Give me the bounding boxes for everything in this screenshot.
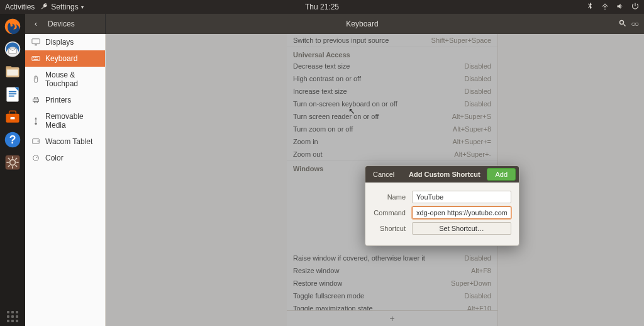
set-shortcut-button[interactable]: Set Shortcut…: [412, 222, 511, 235]
dock-settings[interactable]: [3, 152, 23, 172]
settings-headerbar: ‹ Devices Keyboard ○○: [25, 14, 644, 34]
svg-point-38: [35, 123, 37, 125]
tablet-icon: [31, 137, 40, 146]
svg-rect-31: [36, 57, 38, 58]
active-app-label: Settings: [51, 3, 78, 11]
svg-point-41: [38, 140, 39, 142]
modal-backdrop: Cancel Add Custom Shortcut Add Name Comm…: [106, 34, 644, 326]
command-label: Command: [373, 209, 406, 216]
svg-rect-4: [6, 66, 12, 69]
sidebar-item-label: Color: [45, 154, 64, 162]
sidebar-item-printers[interactable]: Printers: [25, 92, 105, 108]
dock-files[interactable]: [3, 62, 23, 82]
svg-rect-28: [32, 57, 40, 61]
chevron-down-icon: ▾: [81, 4, 84, 10]
search-icon[interactable]: [619, 20, 626, 29]
window-menu-icon[interactable]: ○○: [631, 20, 638, 28]
svg-text:?: ?: [9, 133, 16, 146]
dock-firefox[interactable]: [3, 16, 23, 37]
svg-rect-11: [11, 117, 15, 120]
settings-sidebar: DisplaysKeyboardMouse & TouchpadPrinters…: [25, 34, 106, 326]
sidebar-item-mouse-touchpad[interactable]: Mouse & Touchpad: [25, 67, 105, 92]
add-button[interactable]: Add: [487, 168, 516, 181]
sidebar-item-keyboard[interactable]: Keyboard: [25, 50, 105, 67]
name-input[interactable]: [412, 191, 511, 203]
sidebar-item-color[interactable]: Color: [25, 150, 105, 166]
dock-help[interactable]: ?: [3, 130, 23, 150]
usb-icon: [31, 116, 40, 125]
dock: ?: [0, 14, 25, 326]
svg-rect-29: [33, 57, 35, 58]
shortcut-field-label: Shortcut: [373, 225, 406, 232]
settings-content: Switch to previous input source Shift+Su…: [106, 34, 644, 326]
activities-button[interactable]: Activities: [5, 3, 35, 11]
cancel-button[interactable]: Cancel: [365, 171, 402, 178]
svg-rect-26: [32, 39, 40, 44]
svg-rect-30: [35, 57, 36, 58]
sidebar-item-label: Keyboard: [45, 54, 77, 63]
clock[interactable]: Thu 21:25: [305, 3, 339, 11]
network-icon[interactable]: [601, 3, 609, 12]
back-button[interactable]: ‹: [30, 20, 42, 28]
display-icon: [31, 38, 40, 47]
keyboard-icon: [31, 54, 40, 63]
svg-rect-27: [35, 45, 37, 46]
volume-icon[interactable]: [616, 3, 624, 12]
show-applications-button[interactable]: [0, 311, 25, 322]
settings-window: ‹ Devices Keyboard ○○ DisplaysKeyboardMo…: [25, 14, 644, 326]
dock-libreoffice-writer[interactable]: [3, 84, 23, 104]
sidebar-item-label: Wacom Tablet: [45, 137, 92, 146]
svg-point-24: [619, 20, 623, 24]
svg-line-25: [623, 24, 625, 26]
bluetooth-icon[interactable]: [586, 3, 594, 12]
command-input[interactable]: [412, 206, 511, 219]
wrench-icon: [41, 3, 48, 12]
sidebar-item-label: Displays: [45, 38, 74, 47]
sidebar-item-displays[interactable]: Displays: [25, 34, 105, 50]
svg-rect-32: [34, 59, 38, 60]
mouse-icon: [31, 75, 40, 84]
svg-rect-8: [9, 93, 16, 94]
power-icon[interactable]: [631, 3, 639, 12]
svg-rect-5: [7, 70, 18, 76]
gnome-topbar: Activities Settings ▾ Thu 21:25: [0, 0, 644, 14]
svg-rect-9: [9, 96, 14, 97]
color-icon: [31, 154, 40, 162]
dock-software[interactable]: [3, 107, 23, 127]
name-label: Name: [373, 193, 406, 201]
dock-thunderbird[interactable]: [3, 39, 23, 59]
header-title: Keyboard: [106, 20, 619, 28]
add-shortcut-dialog: Cancel Add Custom Shortcut Add Name Comm…: [365, 166, 519, 246]
sidebar-item-wacom-tablet[interactable]: Wacom Tablet: [25, 133, 105, 150]
sidebar-item-removable-media[interactable]: Removable Media: [25, 108, 105, 133]
active-application[interactable]: Settings ▾: [41, 3, 83, 12]
svg-rect-7: [9, 91, 16, 93]
printer-icon: [31, 96, 40, 104]
sidebar-item-label: Printers: [45, 96, 71, 104]
header-section-label: Devices: [48, 20, 75, 28]
sidebar-item-label: Removable Media: [45, 112, 99, 130]
sidebar-item-label: Mouse & Touchpad: [45, 70, 99, 88]
dialog-title: Add Custom Shortcut: [402, 171, 487, 178]
svg-rect-36: [34, 98, 37, 99]
